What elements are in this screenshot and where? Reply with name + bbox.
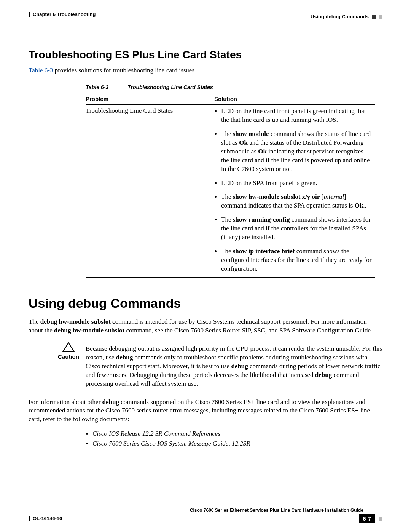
footer-doc-number: OL-16146-10: [33, 516, 62, 521]
table-ref-link[interactable]: Table 6-3: [29, 67, 53, 74]
running-header: Chapter 6 Troubleshooting Using debug Co…: [29, 11, 382, 19]
col-header-solution: Solution: [214, 93, 375, 105]
footer-guide-title: Cisco 7600 Series Ethernet Services Plus…: [29, 506, 382, 514]
footer-bar-icon: [29, 516, 30, 521]
solution-item: The show module command shows the status…: [221, 130, 372, 174]
section-heading-debug: Using debug Commands: [29, 296, 382, 311]
caution-label: Caution: [51, 353, 86, 360]
debug-intro-paragraph: The debug hw-module subslot command is i…: [29, 318, 382, 335]
caution-text: Because debugging output is assigned hig…: [86, 342, 382, 391]
page-number: 6-7: [359, 514, 375, 523]
reference-list: Cisco IOS Release 12.2 SR Command Refere…: [86, 430, 382, 447]
header-bar-icon: [29, 12, 30, 17]
solution-item: The show running-config command shows in…: [221, 216, 372, 242]
table-row: Troubleshooting Line Card States LED on …: [86, 104, 375, 277]
solution-item: LED on the SPA front panel is green.: [221, 179, 372, 188]
troubleshoot-table: Problem Solution Troubleshooting Line Ca…: [86, 93, 375, 278]
reference-item: Cisco IOS Release 12.2 SR Command Refere…: [92, 430, 382, 438]
page-footer: Cisco 7600 Series Ethernet Services Plus…: [29, 506, 382, 523]
cell-solution: LED on the line card front panel is gree…: [214, 104, 375, 277]
solution-item: LED on the line card front panel is gree…: [221, 107, 372, 125]
cell-problem: Troubleshooting Line Card States: [86, 104, 214, 277]
svg-marker-0: [63, 343, 74, 352]
chapter-label: Chapter 6 Troubleshooting: [33, 11, 96, 17]
caution-block: Caution Because debugging output is assi…: [51, 342, 382, 391]
header-square-dark-icon: [372, 15, 376, 19]
header-square-light-icon: [379, 15, 382, 19]
col-header-problem: Problem: [86, 93, 214, 105]
solution-item: The show hw-module subslot x/y oir [inte…: [221, 193, 372, 210]
section-label: Using debug Commands: [311, 14, 369, 19]
header-rule: [29, 22, 382, 22]
table-caption: Table 6-3Troubleshooting Line Card State…: [86, 84, 382, 90]
intro-paragraph: Table 6-3 provides solutions for trouble…: [29, 66, 382, 75]
section-heading-troubleshooting: Troubleshooting ES Plus Line Card States: [29, 49, 382, 61]
caution-icon: [62, 342, 75, 353]
debug-ref-paragraph: For information about other debug comman…: [29, 398, 382, 424]
footer-square-icon: [379, 517, 382, 521]
solution-item: The show ip interface brief command show…: [221, 247, 372, 273]
reference-item: Cisco 7600 Series Cisco IOS System Messa…: [92, 440, 382, 447]
